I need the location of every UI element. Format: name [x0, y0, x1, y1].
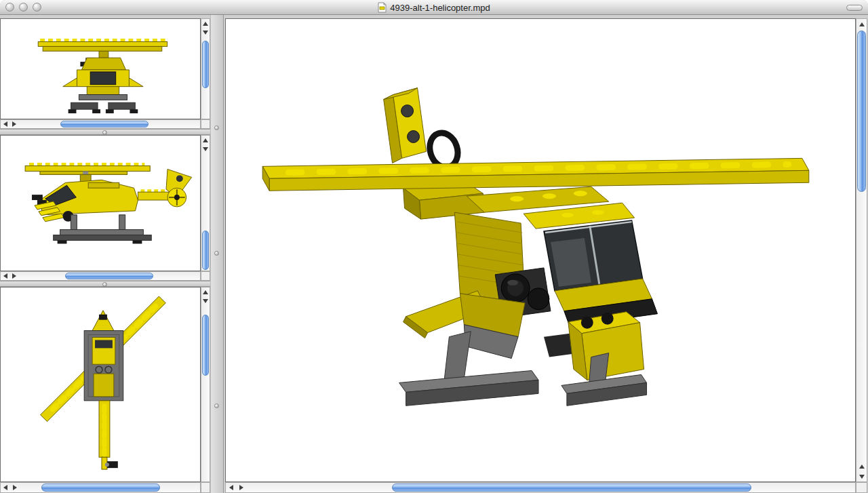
document-icon: [378, 2, 387, 13]
front-body: [63, 58, 143, 94]
pane1-scroll-down-button[interactable]: [201, 28, 210, 37]
down-arrow-icon: [203, 299, 208, 303]
pane2-horizontal-scrollbar[interactable]: [0, 271, 201, 281]
pane3-scrollbar-corner: [201, 482, 210, 493]
splitter-dimple-icon: [102, 130, 107, 135]
pane1-scrollbar-corner: [201, 119, 210, 129]
right-arrow-icon: [12, 121, 16, 127]
splitter-dimple-icon: [102, 282, 107, 287]
pane2-scrollbar-corner: [201, 271, 210, 281]
top-tail: [99, 401, 118, 469]
helicopter-side-view: [1, 136, 200, 271]
pane3-horizontal-scrollbar[interactable]: [0, 482, 201, 493]
main-vertical-scrollbar[interactable]: [856, 18, 867, 482]
up-arrow-icon: [203, 138, 208, 142]
pane3-vertical-scrollbar-thumb[interactable]: [202, 315, 209, 376]
left-arrow-icon: [229, 485, 233, 490]
pane3-scroll-up-button[interactable]: [201, 288, 210, 296]
right-arrow-icon: [12, 273, 16, 279]
main-scroll-up-button[interactable]: [856, 19, 867, 29]
helicopter-front-view: [1, 19, 200, 119]
helicopter-top-view: [1, 288, 200, 481]
up-arrow-icon: [203, 22, 208, 26]
pane3-scroll-right-button[interactable]: [10, 483, 20, 492]
pane3-horizontal-scrollbar-thumb[interactable]: [41, 484, 160, 492]
main-3d-canvas[interactable]: [225, 18, 856, 482]
pane3-vertical-scrollbar[interactable]: [201, 287, 210, 482]
pane2-vertical-scrollbar[interactable]: [201, 135, 210, 271]
top-view-canvas[interactable]: [0, 287, 201, 482]
pane3-scroll-down-button[interactable]: [201, 296, 210, 305]
title-area: 4939-alt-1-helicopter.mpd: [0, 0, 868, 15]
splitter-1[interactable]: [0, 129, 210, 135]
main-scroll-right-button[interactable]: [236, 483, 246, 492]
helicopter-3d-render: [226, 19, 855, 481]
pane1-horizontal-scrollbar-thumb[interactable]: [60, 121, 149, 127]
front-view-canvas[interactable]: [0, 18, 201, 119]
splitter-dimple-icon: [214, 251, 219, 256]
down-arrow-icon: [859, 475, 865, 479]
main-scroll-down-button[interactable]: [856, 471, 867, 481]
pane1-horizontal-scrollbar[interactable]: [0, 119, 201, 129]
main-vertical-scrollbar-thumb[interactable]: [857, 31, 866, 192]
right-arrow-icon: [13, 485, 17, 490]
side-view-canvas[interactable]: [0, 135, 201, 271]
titlebar[interactable]: 4939-alt-1-helicopter.mpd: [0, 0, 868, 15]
main-rotor-blade: [262, 158, 809, 191]
pane2-scroll-right-button[interactable]: [9, 272, 18, 280]
pane1-vertical-scrollbar-thumb[interactable]: [202, 41, 209, 88]
window-title: 4939-alt-1-helicopter.mpd: [390, 3, 490, 13]
pane3-scroll-left-button[interactable]: [1, 483, 10, 492]
app-window: 4939-alt-1-helicopter.mpd: [0, 0, 868, 493]
pane2-scroll-down-button[interactable]: [201, 144, 210, 153]
pane1-scroll-right-button[interactable]: [9, 120, 18, 128]
down-arrow-icon: [203, 31, 208, 35]
down-arrow-icon: [203, 147, 208, 151]
splitter-dimple-icon: [214, 125, 219, 130]
main-scroll-left-button[interactable]: [226, 483, 236, 492]
pane2-scroll-left-button[interactable]: [1, 272, 9, 280]
rotor-mast-fin: [384, 88, 427, 163]
up-arrow-icon: [859, 22, 865, 26]
vertical-splitter[interactable]: [210, 15, 224, 493]
main-horizontal-scrollbar-thumb[interactable]: [392, 484, 751, 492]
pane2-horizontal-scrollbar-thumb[interactable]: [65, 273, 153, 279]
pane1-scroll-left-button[interactable]: [1, 120, 9, 128]
front-skids: [68, 94, 138, 113]
main-scrollbar-corner: [856, 482, 867, 493]
main-horizontal-scrollbar[interactable]: [225, 482, 856, 493]
main-scroll-up-button-2[interactable]: [856, 461, 867, 471]
top-body: [84, 311, 123, 401]
left-arrow-icon: [3, 121, 7, 127]
pane2-vertical-scrollbar-thumb[interactable]: [202, 231, 209, 270]
left-arrow-icon: [3, 485, 7, 490]
left-arrow-icon: [3, 273, 7, 279]
toolbar-toggle-button[interactable]: [846, 5, 863, 11]
right-arrow-icon: [239, 485, 243, 490]
up-arrow-icon: [859, 465, 865, 469]
front-rotor: [38, 41, 167, 58]
up-arrow-icon: [203, 290, 208, 294]
pane1-scroll-up-button[interactable]: [201, 19, 210, 28]
pane1-vertical-scrollbar[interactable]: [201, 18, 210, 119]
splitter-dimple-icon: [214, 403, 219, 408]
side-tail: [138, 170, 191, 207]
side-rotor: [25, 165, 150, 183]
splitter-2[interactable]: [0, 281, 210, 287]
pane2-scroll-up-button[interactable]: [201, 136, 210, 144]
